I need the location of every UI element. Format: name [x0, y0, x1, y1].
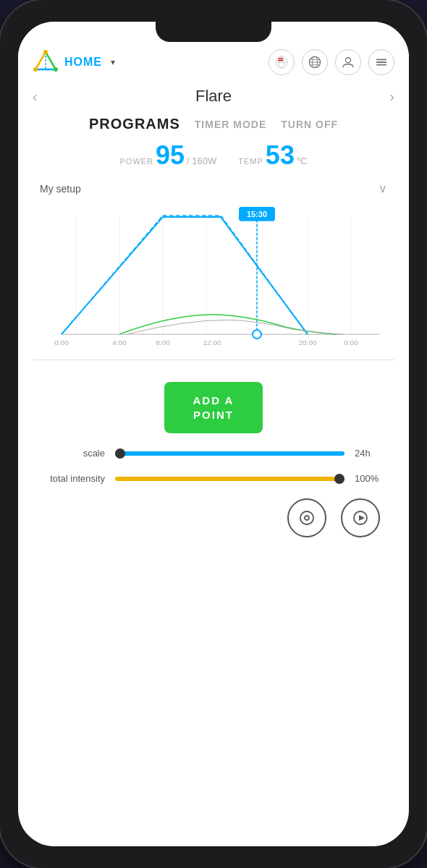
logo-area: HOME ▾	[33, 49, 115, 75]
scale-value: 24h	[355, 448, 387, 459]
chart-svg: 15:30 0:00 4:00 8:00 12:00 20:00 0:00	[33, 201, 394, 359]
page-title-row: ‹ Flare ›	[18, 82, 409, 110]
home-label[interactable]: HOME	[64, 56, 102, 69]
svg-text:12:00: 12:00	[203, 339, 221, 346]
svg-text:4:00: 4:00	[112, 339, 127, 346]
scale-slider-row: scale 24h	[40, 448, 387, 459]
svg-rect-12	[279, 59, 283, 60]
svg-point-42	[305, 516, 309, 520]
intensity-slider-row: total intensity 100%	[40, 473, 387, 484]
user-icon	[342, 56, 355, 69]
svg-text:8:00: 8:00	[156, 339, 170, 346]
svg-line-1	[46, 52, 56, 69]
tab-timer-mode[interactable]: TIMER MODE	[195, 119, 266, 130]
intensity-track[interactable]	[115, 477, 344, 481]
add-point-section: ADD A POINT	[18, 360, 409, 448]
scale-dot[interactable]	[115, 448, 125, 459]
add-point-button[interactable]: ADD A POINT	[164, 382, 263, 433]
play-button[interactable]	[341, 498, 380, 537]
svg-point-6	[54, 67, 58, 72]
svg-point-5	[33, 67, 38, 72]
power-temp-row: POWER 95 / 160W TEMP 53 °C	[18, 138, 409, 176]
prev-arrow[interactable]: ‹	[33, 88, 38, 105]
svg-point-19	[345, 58, 350, 63]
menu-icon	[375, 56, 388, 69]
tabs-row: PROGRAMS TIMER MODE TURN OFF	[18, 110, 409, 138]
top-icons	[269, 49, 394, 75]
reset-icon	[298, 509, 316, 527]
app-logo	[33, 49, 59, 75]
svg-point-41	[300, 511, 313, 524]
next-arrow[interactable]: ›	[389, 88, 394, 105]
setup-label: My setup	[40, 183, 81, 195]
bottom-controls	[18, 484, 409, 552]
svg-text:0:00: 0:00	[54, 339, 69, 346]
flag-icon	[275, 56, 288, 69]
svg-text:15:30: 15:30	[247, 210, 267, 218]
power-group: POWER 95 / 160W	[120, 142, 217, 169]
svg-rect-11	[279, 59, 283, 59]
svg-rect-13	[279, 60, 283, 61]
menu-button[interactable]	[368, 49, 394, 75]
reset-button[interactable]	[287, 498, 326, 537]
intensity-value: 100%	[355, 473, 387, 484]
chart-area[interactable]: 15:30 0:00 4:00 8:00 12:00 20:00 0:00	[33, 201, 394, 360]
temp-label: TEMP	[238, 157, 263, 166]
scale-track[interactable]	[115, 451, 344, 456]
temp-unit: °C	[297, 156, 308, 166]
globe-icon	[308, 56, 321, 69]
user-button[interactable]	[335, 49, 361, 75]
temp-group: TEMP 53 °C	[238, 142, 307, 169]
flag-button[interactable]	[269, 49, 295, 75]
power-unit: / 160W	[187, 156, 216, 166]
temp-value: 53	[266, 142, 295, 169]
intensity-label: total intensity	[40, 473, 105, 484]
setup-chevron-icon: ∨	[379, 182, 387, 195]
play-icon	[352, 509, 369, 527]
slider-section: scale 24h total intensity 100%	[18, 448, 409, 484]
page-title: Flare	[195, 87, 232, 106]
svg-text:20:00: 20:00	[298, 339, 316, 346]
svg-marker-44	[359, 515, 365, 521]
svg-line-0	[35, 52, 46, 69]
globe-button[interactable]	[302, 49, 328, 75]
tab-turn-off[interactable]: TURN OFF	[281, 119, 338, 130]
svg-point-34	[253, 330, 261, 339]
intensity-dot[interactable]	[334, 474, 344, 484]
power-label: POWER	[120, 157, 154, 166]
tab-programs[interactable]: PROGRAMS	[89, 116, 180, 132]
svg-point-4	[43, 50, 48, 54]
scale-label: scale	[40, 448, 105, 459]
home-chevron-icon: ▾	[111, 57, 115, 67]
svg-text:0:00: 0:00	[344, 339, 358, 346]
setup-row[interactable]: My setup ∨	[18, 176, 409, 201]
power-value: 95	[156, 142, 185, 169]
